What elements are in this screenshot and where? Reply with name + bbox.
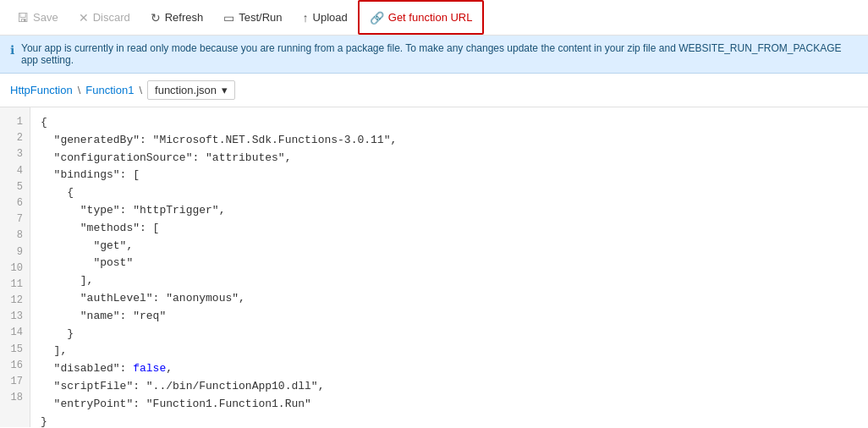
breadcrumb-part2[interactable]: Function1 xyxy=(85,84,134,96)
line-numbers: 123456789101112131415161718 xyxy=(0,107,30,427)
upload-icon: ↑ xyxy=(303,11,309,25)
refresh-icon: ↻ xyxy=(151,11,161,25)
refresh-button[interactable]: ↻ Refresh xyxy=(140,0,214,35)
breadcrumb-sep1: \ xyxy=(78,84,81,96)
testrun-button[interactable]: ▭ Test/Run xyxy=(213,0,292,35)
editor-wrapper: { "generatedBy": "Microsoft.NET.Sdk.Func… xyxy=(30,107,868,427)
breadcrumb-sep2: \ xyxy=(139,84,142,96)
discard-icon: ✕ xyxy=(79,11,89,25)
breadcrumb-dropdown[interactable]: function.json ▾ xyxy=(147,80,235,100)
link-icon: 🔗 xyxy=(370,11,384,25)
save-icon: 🖫 xyxy=(17,11,29,25)
editor-area: 123456789101112131415161718 { "generated… xyxy=(0,107,868,427)
testrun-icon: ▭ xyxy=(223,11,234,25)
discard-button[interactable]: ✕ Discard xyxy=(69,0,140,35)
code-content[interactable]: { "generatedBy": "Microsoft.NET.Sdk.Func… xyxy=(30,107,868,427)
get-function-url-button[interactable]: 🔗 Get function URL xyxy=(358,0,485,35)
info-icon: ℹ xyxy=(10,43,14,57)
breadcrumb-part1[interactable]: HttpFunction xyxy=(10,84,73,96)
chevron-down-icon: ▾ xyxy=(222,84,228,96)
breadcrumb-bar: HttpFunction \ Function1 \ function.json… xyxy=(0,74,868,107)
save-button[interactable]: 🖫 Save xyxy=(7,0,69,35)
toolbar: 🖫 Save ✕ Discard ↻ Refresh ▭ Test/Run ↑ … xyxy=(0,0,868,36)
info-banner: ℹ Your app is currently in read only mod… xyxy=(0,36,868,74)
upload-button[interactable]: ↑ Upload xyxy=(293,0,358,35)
